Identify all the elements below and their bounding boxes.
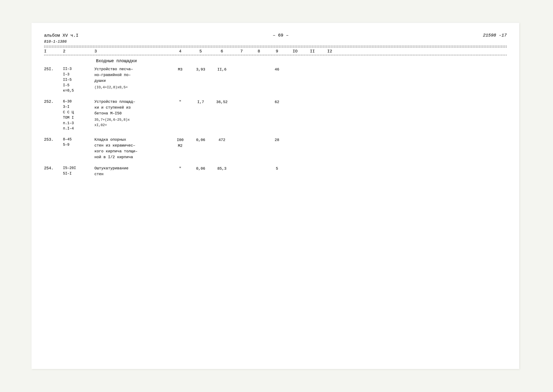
col-header-11: II	[304, 49, 321, 54]
entry-desc-251: Устройство песча–но–гравийной по–душки (…	[94, 66, 170, 90]
header-divider-top	[44, 46, 507, 46]
entry-unit-252: "	[170, 99, 190, 105]
section-title: Входные площадки	[96, 55, 507, 65]
column-headers: I 2 3 4 5 6 7 8 9 IO II I2	[44, 47, 507, 55]
table-row: 254. I5–20I5I–I Оштукатуриваниестен " 0,…	[44, 164, 507, 178]
entry-c9-253: 28	[267, 137, 287, 143]
entry-c5-253: 0,06	[190, 137, 211, 143]
entry-ref-254: I5–20I5I–I	[63, 165, 94, 176]
entry-unit-253: I00М2	[170, 137, 190, 149]
entry-num-253: 253.	[44, 137, 63, 143]
entry-c9-251: 46	[267, 66, 287, 72]
col-header-6: 6	[211, 49, 233, 54]
entry-c9-252: 62	[267, 99, 287, 105]
entry-c5-251: 3,93	[190, 66, 211, 72]
col-header-9: 9	[267, 49, 287, 54]
entry-c6-251: II,6	[211, 66, 233, 72]
album-title: альбом XV ч.I	[44, 32, 78, 39]
col-header-7: 7	[233, 49, 250, 54]
entry-num-252: 252.	[44, 99, 63, 105]
entry-desc-252: Устройство площад–ки и ступеней избетона…	[94, 99, 170, 128]
table-row: 253. 8–455–9 Кладка опорныхстен из керам…	[44, 135, 507, 161]
album-code: 810-1-1386	[44, 39, 78, 45]
col-header-5: 5	[190, 49, 211, 54]
header: альбом XV ч.I 810-1-1386 – 69 – 21598 -1…	[44, 32, 507, 45]
col-header-4: 4	[170, 49, 190, 54]
entry-desc-254: Оштукатуриваниестен	[94, 165, 170, 177]
entry-num-251: 25I.	[44, 66, 63, 72]
col-header-12: I2	[321, 49, 338, 54]
header-center: – 69 –	[273, 32, 289, 38]
entry-c6-254: 85,3	[211, 165, 233, 172]
col-header-3: 3	[94, 49, 170, 54]
header-right: 21598 -17	[483, 32, 507, 38]
entry-c6-252: 36,52	[211, 99, 233, 105]
entry-c6-253: 472	[211, 137, 233, 143]
entry-ref-253: 8–455–9	[63, 137, 94, 148]
entry-desc-253: Кладка опорныхстен из керамичес–кого кир…	[94, 137, 170, 160]
entry-ref-252: 6–303–IС С ЦТОМ Iп.1–3п.I–4	[63, 99, 94, 131]
col-header-1: I	[44, 49, 63, 54]
entry-ref-251: II–3I–3II–5I–5к=0,5	[63, 66, 94, 93]
col-header-2: 2	[63, 49, 94, 54]
entry-c5-252: I,7	[190, 99, 211, 105]
table-row: 252. 6–303–IС С ЦТОМ Iп.1–3п.I–4 Устройс…	[44, 98, 507, 133]
col-header-10: IO	[287, 49, 304, 54]
entry-c5-254: 0,06	[190, 165, 211, 172]
table-row: 25I. II–3I–3II–5I–5к=0,5 Устройство песч…	[44, 65, 507, 95]
entry-unit-251: М3	[170, 66, 190, 72]
entry-num-254: 254.	[44, 165, 63, 172]
entry-c9-254: 5	[267, 165, 287, 172]
col-header-8: 8	[250, 49, 267, 54]
entry-unit-254: "	[170, 165, 190, 172]
header-left: альбом XV ч.I 810-1-1386	[44, 32, 78, 45]
